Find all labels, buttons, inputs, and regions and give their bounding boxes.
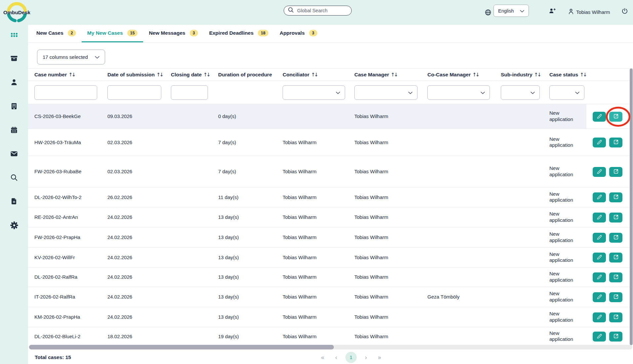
- edit-case-button[interactable]: [593, 292, 606, 302]
- column-header-case-status[interactable]: Case status↑↓: [549, 69, 587, 81]
- apps-grid-icon: [10, 31, 19, 39]
- cell-duration: 13 day(s): [218, 274, 239, 280]
- pagination-last[interactable]: »: [375, 354, 384, 361]
- filter-input-date-of-submission[interactable]: [107, 85, 161, 100]
- logout-button[interactable]: [621, 8, 628, 14]
- global-search: [284, 6, 352, 16]
- open-case-button[interactable]: [609, 167, 622, 177]
- table-row: DL-2026-02-WilhTo-226.02.202611 day(s)To…: [28, 187, 633, 207]
- sidebar: [0, 25, 28, 364]
- tab-approvals[interactable]: Approvals3: [274, 25, 323, 42]
- sidebar-item-settings[interactable]: [7, 218, 21, 232]
- edit-case-button[interactable]: [593, 253, 606, 263]
- pagination-next[interactable]: ›: [362, 354, 370, 361]
- column-header-case-number[interactable]: Case number↑↓: [34, 69, 76, 81]
- edit-case-button[interactable]: [593, 312, 606, 322]
- edit-case-button[interactable]: [593, 167, 606, 177]
- external-link-icon: [613, 274, 619, 281]
- column-header-co-case-manager[interactable]: Co-Case Manager↑↓: [427, 69, 480, 81]
- edit-case-button[interactable]: [593, 272, 606, 282]
- tab-my-new-cases[interactable]: My New Cases15: [82, 25, 143, 42]
- open-case-button[interactable]: [609, 213, 622, 222]
- cell-case-status: New application: [549, 291, 580, 303]
- columns-select[interactable]: 17 columns selected: [37, 50, 105, 64]
- sidebar-item-search[interactable]: [7, 170, 21, 185]
- edit-case-button[interactable]: [593, 112, 606, 122]
- filter-select-co-case-manager[interactable]: [427, 85, 490, 100]
- sort-arrows-icon: ↑↓: [156, 72, 164, 78]
- filter-input-case-number[interactable]: [34, 85, 97, 100]
- sidebar-item-messages[interactable]: [7, 146, 21, 161]
- table-row: KV-2026-02-WillFr24.02.202613 day(s)Tobi…: [28, 248, 633, 267]
- column-header-sub-industry[interactable]: Sub-industry↑↓: [501, 69, 541, 81]
- edit-case-button[interactable]: [593, 332, 606, 342]
- pencil-icon: [596, 234, 603, 241]
- column-label: Date of submission: [107, 72, 155, 78]
- tab-label: New Cases: [36, 30, 63, 36]
- chevron-down-icon: [408, 90, 413, 95]
- table-row: FW-2026-02-PrapHa24.02.202613 day(s)Tobi…: [28, 227, 633, 248]
- pencil-icon: [596, 294, 603, 301]
- sidebar-item-archive[interactable]: [7, 51, 21, 66]
- cell-case-status: New application: [549, 191, 580, 204]
- external-link-icon: [613, 234, 619, 241]
- open-case-button[interactable]: [609, 233, 622, 243]
- language-select[interactable]: English: [494, 5, 529, 17]
- tab-expired-deadlines[interactable]: Expired Deadlines18: [204, 25, 274, 42]
- external-link-icon: [613, 333, 619, 340]
- cell-case-manager: Tobias Wilharm: [354, 274, 388, 280]
- filter-select-sub-industry[interactable]: [501, 85, 540, 100]
- edit-case-button[interactable]: [593, 213, 606, 222]
- column-header-conciliator[interactable]: Conciliator↑↓: [283, 69, 318, 81]
- person-icon: [568, 8, 574, 16]
- edit-case-button[interactable]: [593, 138, 606, 147]
- tab-new-messages[interactable]: New Messages3: [143, 25, 203, 42]
- open-case-button[interactable]: [609, 312, 622, 322]
- sidebar-item-contacts[interactable]: [7, 75, 21, 90]
- sidebar-item-calendar[interactable]: [7, 123, 21, 137]
- cell-conciliator: Tobias Wilharm: [283, 139, 317, 145]
- sidebar-item-organizations[interactable]: [7, 99, 21, 113]
- open-case-button[interactable]: [609, 292, 622, 302]
- global-search-input[interactable]: [297, 8, 346, 14]
- table-row: CS-2026-03-BeekGe09.03.20260 day(s)Tobia…: [28, 104, 633, 129]
- external-link-icon: [613, 168, 619, 176]
- archive-icon: [10, 55, 18, 62]
- filter-input-closing-date[interactable]: [171, 85, 208, 100]
- open-case-button[interactable]: [609, 192, 622, 202]
- cell-case-status: New application: [549, 165, 580, 178]
- open-case-button[interactable]: [609, 112, 622, 122]
- edit-case-button[interactable]: [593, 233, 606, 243]
- cell-case-status: New application: [549, 110, 580, 123]
- language-select-value: English: [498, 8, 514, 14]
- open-case-button[interactable]: [609, 272, 622, 282]
- globe-icon[interactable]: [485, 9, 492, 17]
- column-header-case-manager[interactable]: Case Manager↑↓: [354, 69, 398, 81]
- filter-select-case-status[interactable]: [549, 85, 584, 100]
- open-case-button[interactable]: [609, 332, 622, 342]
- horizontal-scrollbar-track[interactable]: [29, 345, 632, 349]
- open-case-button[interactable]: [609, 138, 622, 147]
- vertical-scrollbar[interactable]: [630, 68, 633, 345]
- cell-duration: 13 day(s): [218, 294, 239, 300]
- edit-case-button[interactable]: [593, 192, 606, 202]
- sidebar-item-documents[interactable]: [7, 194, 21, 209]
- table-row: DL-2026-02-RalfRa24.02.202613 day(s)Tobi…: [28, 267, 633, 287]
- column-header-date-of-submission[interactable]: Date of submission↑↓: [107, 69, 164, 81]
- horizontal-scrollbar-thumb[interactable]: [29, 345, 334, 349]
- filter-select-conciliator[interactable]: [283, 85, 345, 100]
- column-header-closing-date[interactable]: Closing date↑↓: [171, 69, 211, 81]
- app-logo[interactable]: OmbuDesk: [2, 1, 35, 25]
- sidebar-item-apps[interactable]: [7, 27, 21, 42]
- pagination-prev[interactable]: ‹: [332, 354, 340, 361]
- pagination-first[interactable]: «: [318, 354, 327, 361]
- cell-duration: 19 day(s): [218, 333, 239, 340]
- add-user-button[interactable]: [549, 8, 556, 14]
- pagination-page-current[interactable]: 1: [345, 352, 357, 363]
- open-case-button[interactable]: [609, 253, 622, 263]
- user-menu[interactable]: Tobias Wilharm: [568, 8, 610, 16]
- tab-count-badge: 3: [190, 30, 198, 37]
- sort-arrows-icon: ↑↓: [203, 72, 211, 78]
- tab-new-cases[interactable]: New Cases2: [31, 25, 82, 42]
- filter-select-case-manager[interactable]: [354, 85, 417, 100]
